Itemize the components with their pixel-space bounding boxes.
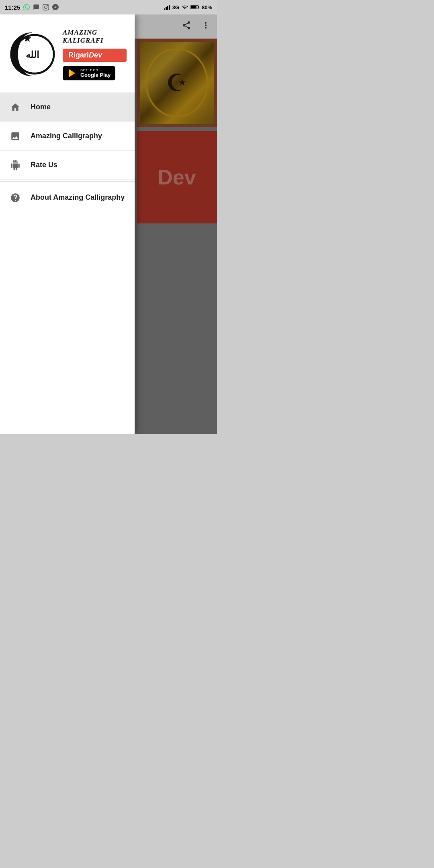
- status-bar: 11:25 3G 80%: [0, 0, 217, 14]
- home-icon: [8, 100, 23, 115]
- nav-item-about[interactable]: About Amazing Calligraphy: [0, 183, 135, 212]
- nav-calligraphy-label: Amazing Calligraphy: [31, 132, 102, 140]
- nav-item-home[interactable]: Home: [0, 93, 135, 122]
- play-text: GET IT ON Google Play: [80, 68, 111, 78]
- app-logo: الله: [8, 30, 56, 78]
- status-right: 3G 80%: [164, 4, 212, 10]
- nav-item-amazing-calligraphy[interactable]: Amazing Calligraphy: [0, 122, 135, 151]
- svg-rect-2: [199, 6, 199, 8]
- nav-rate-label: Rate Us: [31, 161, 57, 169]
- whatsapp-icon: [23, 4, 30, 10]
- svg-text:الله: الله: [26, 50, 39, 60]
- play-large-text: Google Play: [80, 72, 111, 78]
- messenger-icon: [52, 4, 59, 10]
- main-screen: ☪ Dev الله: [0, 14, 217, 434]
- drawer-header-info: AMAZING KALIGRAFI RigariDev: [63, 29, 127, 80]
- battery-icon: [190, 5, 199, 10]
- help-icon: [8, 190, 23, 205]
- wifi-icon: [182, 4, 188, 10]
- signal-bars: [164, 4, 170, 10]
- app-title: AMAZING KALIGRAFI: [63, 29, 127, 45]
- nav-divider: [0, 181, 135, 182]
- network-type: 3G: [172, 4, 179, 10]
- battery-percent: 80%: [202, 4, 212, 10]
- nav-about-label: About Amazing Calligraphy: [31, 193, 125, 202]
- google-play-badge[interactable]: GET IT ON Google Play: [63, 66, 115, 80]
- image-icon: [8, 129, 23, 143]
- svg-rect-1: [191, 6, 197, 8]
- time: 11:25: [5, 4, 20, 11]
- nav-home-label: Home: [31, 103, 51, 111]
- rigari-text: Rigari: [68, 51, 89, 59]
- google-play-icon: [68, 68, 77, 78]
- play-small-text: GET IT ON: [80, 68, 111, 72]
- sms-icon: [33, 4, 39, 10]
- dev-text: Dev: [89, 51, 102, 59]
- instagram-icon: [43, 4, 49, 10]
- nav-item-rate-us[interactable]: Rate Us: [0, 151, 135, 180]
- navigation-drawer: الله AMAZING KALIGRAFI RigariDev: [0, 14, 135, 434]
- drawer-header: الله AMAZING KALIGRAFI RigariDev: [0, 14, 135, 93]
- status-left: 11:25: [5, 4, 59, 11]
- rigari-badge: RigariDev: [63, 49, 127, 62]
- android-icon: [8, 158, 23, 172]
